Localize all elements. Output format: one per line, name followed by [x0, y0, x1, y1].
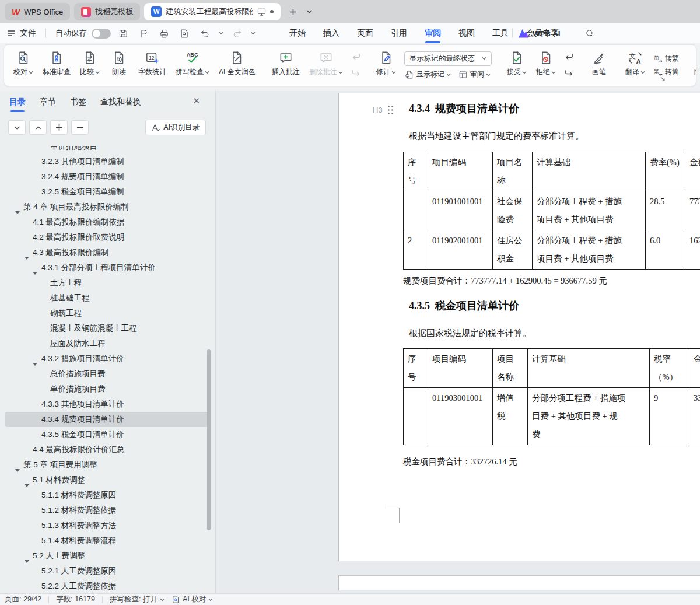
sidebar-scrollbar[interactable] — [207, 349, 211, 530]
toc-item[interactable]: 单价措施项目费 — [5, 382, 211, 397]
toc-item[interactable]: 单价措施项目 — [5, 146, 211, 154]
redo-dropdown-icon[interactable] — [250, 32, 257, 35]
reading-mode-icon[interactable] — [257, 8, 266, 16]
print-preview-button[interactable] — [177, 29, 192, 39]
collapse-arrow-icon[interactable] — [24, 478, 29, 488]
toc-item[interactable]: 5.2.2 人工费调整依据 — [5, 579, 211, 593]
toc-plus-button[interactable] — [50, 120, 68, 135]
toc-chevron-up-button[interactable] — [29, 120, 47, 135]
ai-recognize-toc-button[interactable]: AI识别目录 — [145, 120, 206, 135]
toc-item[interactable]: 5.1.1 材料费调整原因 — [5, 488, 211, 503]
spellcheck-status[interactable]: 拼写检查: 打开 — [110, 594, 164, 604]
toc-item[interactable]: 第 5 章 项目费用调整 — [5, 457, 211, 473]
undo-dropdown-icon[interactable] — [218, 32, 225, 35]
ribbon-button-插入批注[interactable]: 插入批注 — [268, 46, 303, 85]
ribbon-button-审阅[interactable]: 审阅 — [458, 69, 491, 80]
next-change-icon[interactable] — [564, 68, 575, 79]
next-comment-icon[interactable] — [351, 68, 362, 79]
collapse-arrow-icon[interactable] — [24, 250, 29, 260]
print-button[interactable] — [156, 29, 172, 39]
drag-handle-icon[interactable] — [387, 105, 394, 115]
toc-item[interactable]: 总价措施项目费 — [5, 366, 211, 382]
sidebar-tab-查找和替换[interactable]: 查找和替换 — [100, 97, 141, 107]
collapse-arrow-icon[interactable] — [33, 265, 37, 275]
menu-引用[interactable]: 引用 — [391, 28, 407, 39]
redo-button[interactable] — [229, 29, 245, 39]
ribbon-button-校对[interactable]: 校对 — [10, 46, 37, 85]
toc-item[interactable]: 4.4 最高投标限价计价汇总 — [5, 442, 211, 457]
ribbon-button-修订[interactable]: 修订 — [373, 46, 400, 85]
toc-item[interactable]: 5.1.3 材料费调整方法 — [5, 518, 211, 533]
ai-proofread-status[interactable]: AI 校对 — [172, 594, 213, 604]
prev-comment-icon[interactable] — [351, 52, 362, 63]
sidebar-tab-目录[interactable]: 目录 — [9, 97, 26, 107]
ribbon-button-画笔[interactable]: 画笔 — [586, 46, 612, 85]
page-indicator[interactable]: 页面: 29/42 — [5, 594, 41, 604]
toc-item[interactable]: 4.3.4 规费项目清单计价 — [5, 412, 211, 427]
tab-docer-templates[interactable]: 找稻壳模板 — [74, 3, 140, 20]
tab-wps-office[interactable]: W WPS Office — [5, 3, 70, 20]
collapse-arrow-icon[interactable] — [33, 356, 37, 366]
ribbon-button-AI 全文润色[interactable]: AI 全文润色 — [215, 46, 259, 85]
ribbon-button-转繁[interactable]: 简转繁 — [653, 54, 679, 64]
file-menu[interactable]: 文件 — [20, 28, 36, 39]
ribbon-button-标准审查[interactable]: 标准审查 — [39, 46, 74, 85]
toc-item[interactable]: 5.2.1 人工费调整原因 — [5, 564, 211, 579]
toc-item[interactable]: 屋面及防水工程 — [5, 336, 211, 351]
ribbon-button-比较[interactable]: 比较 — [76, 46, 103, 85]
save-button[interactable] — [116, 29, 131, 39]
document-page[interactable]: H3 4.3.4 规费项目清单计价 根据当地建设主管部门规定的费率标准计算。 序… — [338, 93, 700, 561]
ribbon-button-接受[interactable]: 接受 — [503, 46, 530, 85]
collapse-arrow-icon[interactable] — [15, 205, 20, 215]
prev-change-icon[interactable] — [564, 52, 575, 63]
ribbon-button-朗读[interactable]: 朗读 — [106, 46, 132, 85]
ribbon-button-显示标记[interactable]: 显示标记 — [404, 69, 451, 80]
toc-item[interactable]: 3.2.5 税金项目清单编制 — [5, 184, 211, 200]
group-expander-icon[interactable] — [660, 76, 666, 82]
close-icon[interactable]: ✕ — [192, 96, 200, 106]
markup-state-select[interactable]: 显示标记的最终状态 — [404, 51, 492, 66]
ribbon-button-字数统计[interactable]: 12 字数统计 — [135, 46, 170, 85]
toc-item[interactable]: 3.2.3 其他项目清单编制 — [5, 154, 211, 169]
toc-item[interactable]: 土方工程 — [5, 275, 211, 291]
menu-工具[interactable]: 工具 — [492, 28, 509, 39]
wps-ai-menu[interactable]: WPS AI — [518, 29, 561, 38]
collapse-arrow-icon[interactable] — [15, 463, 20, 473]
toc-item[interactable]: 第 4 章 项目最高投标限价编制 — [5, 200, 211, 215]
toc-item[interactable]: 桩基础工程 — [5, 291, 211, 306]
sidebar-tab-章节[interactable]: 章节 — [40, 97, 56, 107]
toc-item[interactable]: 5.2 人工费调整 — [5, 548, 211, 564]
toc-item[interactable]: 3.2.4 规费项目清单编制 — [5, 169, 211, 184]
menu-视图[interactable]: 视图 — [459, 28, 475, 39]
tab-list-button[interactable] — [302, 3, 317, 20]
ribbon-button-翻译[interactable]: 文A 翻译 — [622, 46, 649, 85]
toc-item[interactable]: 5.1 材料费调整 — [5, 473, 211, 488]
output-button[interactable] — [136, 29, 152, 39]
menu-开始[interactable]: 开始 — [289, 28, 306, 39]
toc-item[interactable]: 5.1.4 材料费调整流程 — [5, 533, 211, 548]
menu-页面[interactable]: 页面 — [357, 28, 373, 39]
toc-item[interactable]: 4.3.1 分部分项工程项目清单计价 — [5, 260, 211, 275]
new-tab-button[interactable] — [285, 3, 302, 20]
menu-插入[interactable]: 插入 — [323, 28, 340, 39]
toc-item[interactable]: 4.3 最高投标限价编制 — [5, 245, 211, 260]
toc-item[interactable]: 5.1.2 材料费调整依据 — [5, 503, 211, 518]
toc-item[interactable]: 混凝土及钢筋混凝土工程 — [5, 321, 211, 336]
toc-item[interactable]: 4.3.5 税金项目清单计价 — [5, 427, 211, 442]
autosave-toggle[interactable] — [92, 29, 111, 39]
toc-item[interactable]: 4.3.3 其他项目清单计价 — [5, 397, 211, 412]
ribbon-button-限制编辑[interactable]: 限制编辑 — [691, 46, 696, 85]
search-icon[interactable] — [585, 29, 595, 39]
ribbon-button-删除批注[interactable]: 删除批注 — [306, 46, 346, 85]
toc-item[interactable]: 4.1 最高投标限价编制依据 — [5, 215, 211, 230]
undo-button[interactable] — [197, 29, 213, 39]
toc-item[interactable]: 4.3.2 措施项目清单计价 — [5, 351, 211, 366]
menu-审阅[interactable]: 审阅 — [425, 28, 441, 39]
ribbon-button-拼写检查[interactable]: ABC 拼写检查 — [172, 46, 213, 85]
heading-level-marker[interactable]: H3 — [373, 105, 394, 115]
toc-chevron-down-button[interactable] — [8, 120, 26, 135]
next-document-page[interactable] — [338, 575, 700, 590]
toc-item[interactable]: 4.2 最高投标限价取费说明 — [5, 230, 211, 245]
sidebar-tab-书签[interactable]: 书签 — [70, 97, 86, 107]
word-count-indicator[interactable]: 字数: 16179 — [56, 594, 95, 604]
